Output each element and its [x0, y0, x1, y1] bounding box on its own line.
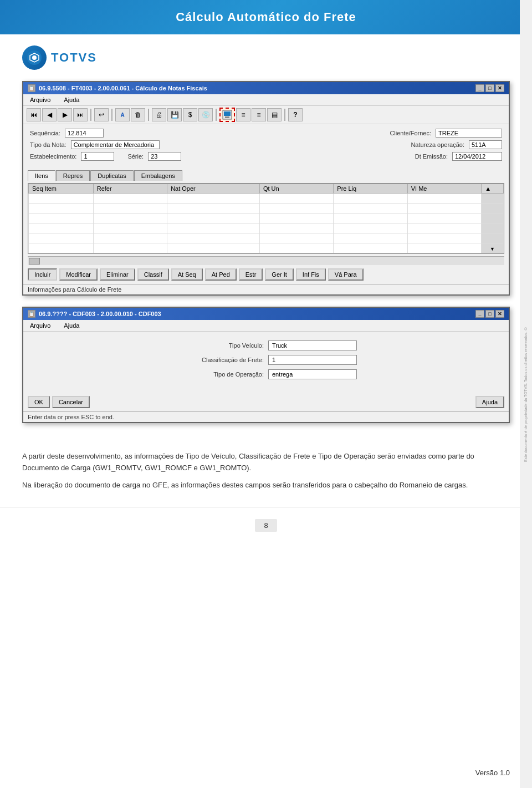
- content-area: 📋 06.9.5508 - FT4003 - 2.00.00.061 - Cál…: [0, 75, 532, 440]
- toolbar-btn-new[interactable]: ↩: [94, 108, 109, 121]
- toolbar-btn-prev[interactable]: ◀: [42, 108, 57, 121]
- tab-itens[interactable]: Itens: [28, 170, 55, 181]
- btn-cancelar[interactable]: Cancelar: [52, 396, 90, 408]
- paragraph-2: Na liberação do documento de carga no GF…: [22, 480, 510, 491]
- col-nat-oper: Nat Oper: [167, 184, 260, 194]
- btn-modificar[interactable]: Modificar: [59, 268, 98, 281]
- toolbar-btn-delete[interactable]: 🗑: [131, 108, 145, 121]
- btn-ajuda[interactable]: Ajuda: [475, 396, 504, 408]
- btn-at-ped[interactable]: At Ped: [205, 268, 237, 281]
- estabelecimento-label: Estabelecimento:: [30, 153, 76, 160]
- toolbar-separator-5: [284, 109, 285, 121]
- close2-button[interactable]: ✕: [495, 310, 504, 318]
- tipo-veiculo-input[interactable]: Truck: [268, 340, 357, 350]
- tab-repres[interactable]: Repres: [56, 170, 90, 181]
- tipo-operacao-input[interactable]: entrega: [268, 369, 357, 379]
- dialog1-statusbar: Informações para Cálculo de Frete: [23, 284, 509, 294]
- dialog-ft4003: 📋 06.9.5508 - FT4003 - 2.00.00.061 - Cál…: [22, 81, 510, 296]
- btn-inf-fis[interactable]: Inf Fis: [296, 268, 326, 281]
- svg-rect-4: [225, 116, 229, 118]
- toolbar-btn-list1[interactable]: ≡: [236, 108, 250, 121]
- btn-eliminar[interactable]: Eliminar: [100, 268, 135, 281]
- scrollbar-horizontal[interactable]: [28, 256, 504, 265]
- maximize-button[interactable]: □: [485, 84, 494, 92]
- btn-classif[interactable]: Classif: [137, 268, 169, 281]
- cdf-form: Tipo Veículo: Truck Classificação de Fre…: [23, 332, 509, 393]
- scrollbar-thumb[interactable]: [29, 258, 40, 265]
- col-seq-item: Seq Item: [29, 184, 94, 194]
- cdf-row-classificacao: Classificação de Frete: 1: [34, 355, 498, 365]
- grid-row-1: [29, 194, 504, 204]
- toolbar-separator-3: [148, 109, 149, 121]
- grid-container: Seq Item Refer Nat Oper Qt Un Pre Liq VI…: [28, 183, 504, 254]
- toolbar-btn-list3[interactable]: ▤: [267, 108, 282, 121]
- dt-emissao-input[interactable]: 12/04/2012: [452, 152, 502, 161]
- tab-duplicatas[interactable]: Duplicatas: [90, 170, 133, 181]
- toolbar-btn-list2[interactable]: ≡: [252, 108, 266, 121]
- dialog2-icon: 📋: [28, 310, 35, 318]
- toolbar-btn-dollar[interactable]: $: [183, 108, 197, 121]
- maximize2-button[interactable]: □: [485, 310, 494, 318]
- col-vi-me: VI Me: [407, 184, 481, 194]
- totvs-logo: TOTVS: [22, 45, 97, 70]
- btn-ok[interactable]: OK: [28, 396, 50, 408]
- toolbar-btn-print[interactable]: 🖨: [152, 108, 166, 121]
- dialog1-menubar: Arquivo Ajuda: [23, 94, 509, 106]
- toolbar-btn-save[interactable]: 💾: [167, 108, 182, 121]
- dialog1-titlebar: 📋 06.9.5508 - FT4003 - 2.00.00.061 - Cál…: [23, 82, 509, 94]
- serie-input[interactable]: 23: [148, 152, 181, 161]
- close-button[interactable]: ✕: [495, 84, 504, 92]
- menu2-ajuda[interactable]: Ajuda: [62, 321, 81, 330]
- nat-operacao-input[interactable]: 511A: [469, 140, 502, 149]
- buttons-left: OK Cancelar: [28, 396, 90, 408]
- body-text: A partir deste desenvolvimento, as infor…: [0, 440, 532, 507]
- estabelecimento-input[interactable]: 1: [81, 152, 114, 161]
- dialog1-buttons: Incluir Modificar Eliminar Classif At Se…: [23, 265, 509, 284]
- dialog2-menubar: Arquivo Ajuda: [23, 320, 509, 332]
- tipo-operacao-label: Tipo de Operação:: [175, 371, 264, 378]
- classificacao-input[interactable]: 1: [268, 355, 357, 365]
- grid-row-2: [29, 204, 504, 213]
- form-row-tipo-nota: Tipo da Nota: Complementar de Mercadoria…: [30, 140, 502, 149]
- col-qt-un: Qt Un: [259, 184, 333, 194]
- form-row-estabelecimento: Estabelecimento: 1 Série: 23 Dt Emissão:…: [30, 152, 502, 161]
- dialog2-statusbar: Enter data or press ESC to end.: [23, 411, 509, 422]
- toolbar-btn-help[interactable]: ?: [288, 108, 303, 121]
- window2-controls[interactable]: _ □ ✕: [475, 310, 504, 318]
- watermark-text-1: Este documento é de propriedade da TOTVS…: [523, 327, 528, 462]
- items-grid: Seq Item Refer Nat Oper Qt Un Pre Liq VI…: [28, 184, 504, 253]
- menu-arquivo[interactable]: Arquivo: [28, 95, 53, 104]
- btn-at-seq[interactable]: At Seq: [171, 268, 203, 281]
- tipo-veiculo-label: Tipo Veículo:: [175, 342, 264, 349]
- menu2-arquivo[interactable]: Arquivo: [28, 321, 53, 330]
- dialog-cdf003: 📋 06.9.???? - CDF003 - 2.00.00.010 - CDF…: [22, 307, 510, 423]
- toolbar-btn-a[interactable]: A: [115, 108, 130, 121]
- window-controls[interactable]: _ □ ✕: [475, 84, 504, 92]
- toolbar-separator-4: [216, 109, 217, 121]
- sequencia-input[interactable]: 12.814: [65, 129, 104, 138]
- titlebar2-left: 📋 06.9.???? - CDF003 - 2.00.00.010 - CDF…: [28, 310, 161, 318]
- toolbar-btn-first[interactable]: ⏮: [27, 108, 41, 121]
- page-footer: 8: [0, 507, 532, 543]
- toolbar-btn-highlighted[interactable]: [219, 108, 235, 122]
- cliente-input[interactable]: TREZE: [436, 129, 502, 138]
- btn-ger-it[interactable]: Ger It: [265, 268, 294, 281]
- toolbar-btn-disk[interactable]: 💿: [198, 108, 213, 121]
- minimize2-button[interactable]: _: [475, 310, 484, 318]
- cliente-label: Cliente/Fornec:: [390, 130, 431, 136]
- tipo-nota-input[interactable]: Complementar de Mercadoria: [71, 140, 160, 149]
- minimize-button[interactable]: _: [475, 84, 484, 92]
- toolbar-btn-next[interactable]: ▶: [58, 108, 72, 121]
- watermark-right: Este documento é de propriedade da TOTVS…: [520, 0, 532, 788]
- menu-ajuda[interactable]: Ajuda: [62, 95, 81, 104]
- btn-estr[interactable]: Estr: [239, 268, 263, 281]
- nat-operacao-label: Natureza operação:: [411, 141, 464, 148]
- toolbar-separator-2: [111, 109, 112, 121]
- toolbar-btn-last[interactable]: ⏭: [73, 108, 88, 121]
- tab-embalagens[interactable]: Embalagens: [134, 170, 182, 181]
- titlebar-left: 📋 06.9.5508 - FT4003 - 2.00.00.061 - Cál…: [28, 84, 207, 92]
- btn-va-para[interactable]: Vá Para: [328, 268, 364, 281]
- paragraph-1: A partir deste desenvolvimento, as infor…: [22, 451, 510, 474]
- dialog1-toolbar: ⏮ ◀ ▶ ⏭ ↩ A 🗑 🖨 💾 $ 💿 ≡ ≡: [23, 106, 509, 124]
- btn-incluir[interactable]: Incluir: [28, 268, 57, 281]
